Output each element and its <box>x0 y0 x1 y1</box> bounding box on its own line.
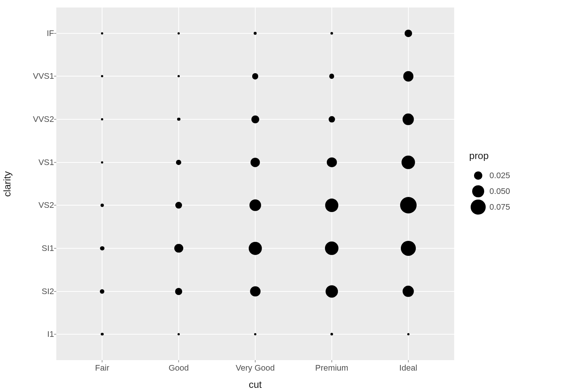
data-point <box>250 158 260 167</box>
data-point <box>178 333 180 335</box>
y-tick-label: SI2 <box>42 287 54 296</box>
data-point <box>101 32 103 35</box>
legend-label: 0.025 <box>489 171 510 180</box>
data-point <box>101 118 103 120</box>
gridline-vertical <box>331 8 332 360</box>
data-point <box>250 200 261 211</box>
y-axis-title: clarity <box>0 0 15 368</box>
y-tick-label: VVS2 <box>33 114 54 124</box>
data-point <box>178 75 180 77</box>
y-tick-mark <box>54 162 56 162</box>
legend-row: 0.025 <box>469 168 552 183</box>
x-tick-label: Good <box>169 363 189 373</box>
data-point <box>254 32 257 35</box>
legend-swatch <box>469 168 487 183</box>
data-point <box>177 118 180 121</box>
data-point <box>329 74 334 79</box>
x-tick-label: Ideal <box>399 363 417 373</box>
data-point <box>254 333 256 335</box>
y-tick-mark <box>54 33 56 33</box>
data-point <box>328 116 335 123</box>
y-tick-mark <box>54 334 56 335</box>
gridline-vertical <box>178 8 179 360</box>
data-point <box>100 289 104 294</box>
data-point <box>330 32 333 35</box>
data-point <box>252 73 258 79</box>
chart-container: clarity I1SI2SI1VS2VS1VVS2VVS1IF FairGoo… <box>0 0 563 392</box>
y-tick-label: SI1 <box>42 243 54 253</box>
data-point <box>101 333 104 336</box>
y-tick-label: VS1 <box>38 158 54 167</box>
y-axis-title-text: clarity <box>2 171 14 197</box>
x-tick-label: Fair <box>95 363 109 373</box>
gridline-vertical <box>255 8 256 360</box>
x-tick-mark <box>102 360 102 362</box>
legend-swatch <box>469 199 487 215</box>
data-point <box>402 285 414 297</box>
data-point <box>101 75 103 77</box>
data-point <box>250 286 260 297</box>
x-tick-mark <box>408 360 408 362</box>
data-point <box>401 241 416 256</box>
legend-label: 0.050 <box>489 186 510 196</box>
x-tick-mark <box>179 360 179 362</box>
legend-title: prop <box>469 150 552 162</box>
legend-swatch <box>469 183 487 199</box>
legend: prop 0.0250.0500.075 <box>469 150 552 215</box>
plot-panel <box>56 8 454 360</box>
data-point <box>100 246 104 250</box>
y-tick-label: VVS1 <box>33 71 54 81</box>
gridline-vertical <box>102 8 102 360</box>
data-point <box>174 244 183 252</box>
data-point <box>249 242 262 255</box>
legend-label: 0.075 <box>489 202 510 212</box>
y-tick-mark <box>54 205 56 206</box>
y-tick-mark <box>54 76 56 77</box>
data-point <box>175 288 182 295</box>
data-point <box>178 32 180 35</box>
data-point <box>330 333 333 336</box>
data-point <box>325 242 339 255</box>
data-point <box>251 116 259 123</box>
data-point <box>405 30 412 37</box>
data-point <box>325 285 338 297</box>
data-point <box>403 71 413 81</box>
y-tick-mark <box>54 248 56 248</box>
data-point <box>400 197 417 213</box>
x-tick-label: Premium <box>315 363 348 373</box>
x-tick-label: Very Good <box>236 363 275 373</box>
legend-point-icon <box>474 171 482 180</box>
legend-point-icon <box>472 185 484 197</box>
legend-row: 0.050 <box>469 183 552 199</box>
data-point <box>101 204 104 207</box>
data-point <box>327 157 337 167</box>
data-point <box>407 333 409 335</box>
x-tick-mark <box>255 360 256 362</box>
legend-row: 0.075 <box>469 199 552 215</box>
data-point <box>101 161 103 164</box>
data-point <box>401 155 415 169</box>
y-tick-label: I1 <box>47 329 54 339</box>
y-tick-label: IF <box>47 29 54 38</box>
y-tick-mark <box>54 119 56 120</box>
legend-items: 0.0250.0500.075 <box>469 168 552 215</box>
data-point <box>325 199 338 212</box>
gridline-vertical <box>408 8 409 360</box>
legend-point-icon <box>471 200 485 214</box>
x-tick-mark <box>331 360 332 362</box>
data-point <box>176 160 181 165</box>
data-point <box>175 202 182 209</box>
x-axis-title: cut <box>56 379 454 390</box>
data-point <box>402 114 414 125</box>
y-tick-label: VS2 <box>38 200 54 210</box>
y-tick-mark <box>54 291 56 291</box>
